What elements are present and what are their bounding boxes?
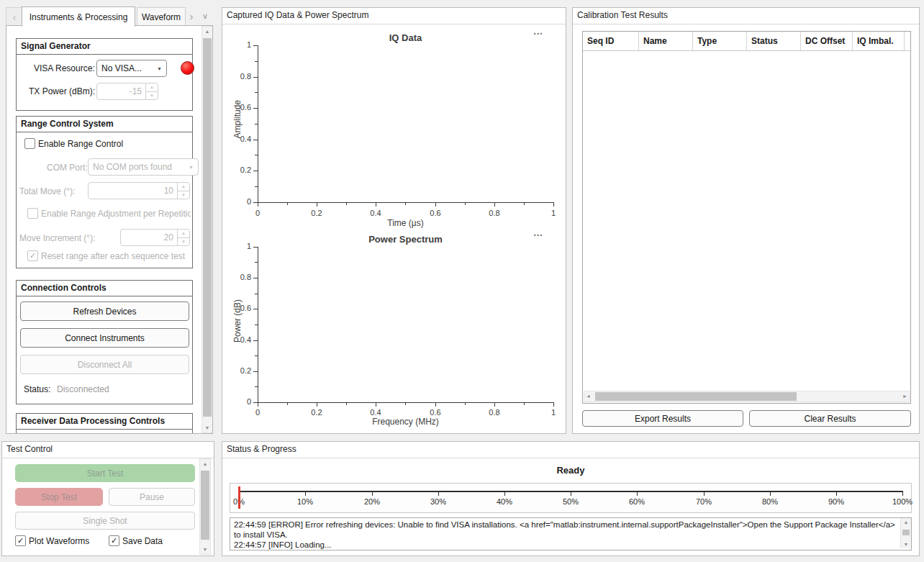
scrollbar-thumb[interactable] bbox=[595, 392, 797, 401]
com-port-label: COM Port: bbox=[47, 163, 88, 173]
visa-resource-dropdown[interactable]: No VISA... ▼ bbox=[96, 60, 167, 77]
column-header-name: Name bbox=[639, 32, 693, 50]
checkmark-icon: ✓ bbox=[17, 536, 24, 545]
start-test-button[interactable]: Start Test bbox=[15, 464, 195, 482]
com-port-value: No COM ports found bbox=[93, 162, 172, 172]
log-scrollbar[interactable]: ▲ ▼ bbox=[900, 518, 911, 548]
scrollbar-down-icon[interactable]: ▼ bbox=[901, 542, 911, 547]
spinner-up-icon[interactable]: ▲ bbox=[178, 183, 189, 191]
plot-waveforms-label: Plot Waveforms bbox=[29, 536, 89, 546]
scrollbar-thumb[interactable] bbox=[201, 471, 209, 540]
visa-resource-label: VISA Resource: bbox=[34, 63, 95, 73]
test-control-title: Test Control bbox=[2, 442, 214, 458]
x-tick-label: 0.8 bbox=[489, 209, 499, 217]
reset-range-checkbox[interactable]: ✓ bbox=[27, 250, 38, 261]
single-shot-button[interactable]: Single Shot bbox=[15, 512, 195, 530]
receiver-processing-title: Receiver Data Processing Controls bbox=[17, 414, 192, 430]
signal-generator-panel: Signal Generator VISA Resource: No VISA.… bbox=[16, 38, 193, 111]
spinner-up-icon[interactable]: ▲ bbox=[178, 230, 189, 238]
left-tab-group: ‹ Instruments & Processing Waveform › ∨ … bbox=[6, 6, 213, 434]
connect-instruments-button[interactable]: Connect Instruments bbox=[20, 328, 189, 348]
tab-content-instruments: Signal Generator VISA Resource: No VISA.… bbox=[6, 25, 213, 434]
scrollbar-left-icon[interactable]: ◄ bbox=[586, 394, 591, 399]
progress-gauge: 0% 10% 20% 30% 40% 50% 60% 70% 80% 90% 1… bbox=[230, 483, 912, 513]
scrollbar-thumb[interactable] bbox=[203, 38, 212, 417]
connection-status-lamp-icon bbox=[181, 61, 194, 75]
com-port-dropdown[interactable]: No COM ports found ▼ bbox=[88, 158, 199, 176]
start-test-label: Start Test bbox=[87, 468, 123, 479]
tab-label: Waveform bbox=[142, 12, 181, 22]
gauge-tick-label: 90% bbox=[828, 497, 844, 506]
left-panel-scrollbar[interactable]: ▲ ▼ bbox=[201, 26, 213, 433]
log-textarea[interactable]: 22:44:59 [ERROR] Error refreshing device… bbox=[230, 517, 912, 550]
status-value: Disconnected bbox=[57, 384, 109, 394]
y-tick-label: 1 bbox=[222, 242, 251, 250]
dropdown-arrow-icon: ▼ bbox=[189, 165, 194, 170]
gauge-track: 0% 10% 20% 30% 40% 50% 60% 70% 80% 90% 1… bbox=[239, 484, 902, 512]
tab-scroll-left-button[interactable]: ‹ bbox=[6, 7, 23, 27]
export-results-button[interactable]: Export Results bbox=[582, 410, 743, 427]
x-tick-label: 1 bbox=[551, 209, 556, 217]
column-header-status: Status bbox=[747, 32, 801, 50]
save-data-checkbox[interactable]: ✓ bbox=[109, 535, 119, 546]
iq-chart-title: IQ Data bbox=[258, 32, 553, 43]
pause-label: Pause bbox=[140, 492, 164, 502]
refresh-devices-button[interactable]: Refresh Devices bbox=[20, 302, 189, 321]
status-progress-title: Status & Progress bbox=[222, 442, 919, 458]
capture-panel-title: Captured IQ Data & Power Spectrum bbox=[222, 8, 566, 24]
scrollbar-down-icon[interactable]: ▼ bbox=[200, 547, 210, 552]
gauge-tick-label: 10% bbox=[297, 497, 313, 506]
scrollbar-up-icon[interactable]: ▲ bbox=[901, 520, 911, 525]
spinner-down-icon[interactable]: ▼ bbox=[178, 238, 189, 246]
gauge-tick-label: 50% bbox=[563, 497, 579, 506]
tab-instruments-processing[interactable]: Instruments & Processing bbox=[22, 6, 135, 27]
stop-test-button[interactable]: Stop Test bbox=[15, 488, 103, 506]
iq-ylabel: Amplitude bbox=[232, 100, 243, 138]
y-tick-label: 0.2 bbox=[222, 366, 251, 375]
results-panel-title: Calibration Test Results bbox=[573, 8, 919, 24]
scrollbar-up-icon[interactable]: ▲ bbox=[202, 29, 212, 34]
spinner-down-icon[interactable]: ▼ bbox=[178, 191, 189, 199]
total-move-spinner[interactable]: 10 ▲▼ bbox=[88, 182, 190, 199]
scrollbar-up-icon[interactable]: ▲ bbox=[200, 461, 210, 466]
gauge-tick-label: 20% bbox=[364, 497, 380, 506]
column-header-seq-id: Seq ID bbox=[583, 32, 639, 50]
x-tick-label: 0.6 bbox=[430, 209, 440, 217]
x-tick-label: 0.2 bbox=[311, 408, 322, 417]
gauge-tick-label: 40% bbox=[497, 497, 512, 506]
gauge-tick-label: 100% bbox=[892, 497, 912, 506]
axes-toolbar-icon[interactable]: ⋯ bbox=[533, 230, 543, 240]
enable-range-control-checkbox[interactable] bbox=[24, 138, 35, 149]
stop-test-label: Stop Test bbox=[41, 492, 77, 502]
tab-waveform[interactable]: Waveform bbox=[137, 7, 186, 27]
connection-controls-panel: Connection Controls Refresh Devices Conn… bbox=[16, 280, 193, 404]
tx-power-value: -15 bbox=[97, 83, 145, 99]
tab-scroll-right-button[interactable]: › bbox=[186, 7, 197, 25]
pause-button[interactable]: Pause bbox=[109, 488, 195, 506]
test-control-panel: Test Control Start Test Stop Test Pause … bbox=[1, 441, 214, 556]
range-adjustment-checkbox[interactable] bbox=[27, 208, 38, 219]
chevron-down-icon: ∨ bbox=[202, 12, 208, 21]
scrollbar-thumb[interactable] bbox=[902, 530, 910, 535]
gauge-tick-label: 70% bbox=[696, 497, 712, 506]
spinner-up-icon[interactable]: ▲ bbox=[146, 83, 158, 92]
tab-list-button[interactable]: ∨ bbox=[199, 7, 212, 25]
x-tick-label: 0.4 bbox=[370, 408, 381, 417]
axes-toolbar-icon[interactable]: ⋯ bbox=[533, 28, 543, 39]
test-control-scrollbar[interactable]: ▲ ▼ bbox=[199, 458, 211, 555]
move-increment-spinner[interactable]: 20 ▲▼ bbox=[120, 229, 190, 246]
scrollbar-right-icon[interactable]: ► bbox=[902, 394, 907, 399]
scrollbar-down-icon[interactable]: ▼ bbox=[202, 425, 212, 430]
spinner-down-icon[interactable]: ▼ bbox=[146, 92, 158, 100]
plot-waveforms-checkbox[interactable]: ✓ bbox=[15, 535, 26, 546]
refresh-devices-label: Refresh Devices bbox=[73, 307, 136, 317]
tx-power-spinner[interactable]: -15 ▲▼ bbox=[96, 83, 158, 100]
clear-results-label: Clear Results bbox=[804, 414, 856, 424]
spectrum-plot-area bbox=[258, 247, 554, 403]
visa-resource-value: No VISA... bbox=[101, 63, 142, 73]
results-table-hscrollbar[interactable]: ◄ ► bbox=[584, 391, 910, 402]
clear-results-button[interactable]: Clear Results bbox=[749, 410, 911, 427]
y-tick-label: 0.8 bbox=[222, 273, 251, 281]
disconnect-all-button[interactable]: Disconnect All bbox=[20, 355, 189, 374]
tx-power-label: TX Power (dBm): bbox=[29, 86, 95, 96]
